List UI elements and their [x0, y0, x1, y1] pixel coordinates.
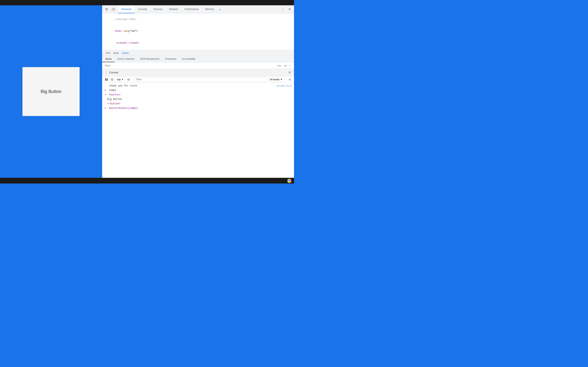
- monitor-expand-icon[interactable]: [105, 106, 107, 110]
- device-toolbar-button[interactable]: [111, 7, 116, 12]
- console-eye-button[interactable]: [126, 77, 131, 82]
- console-button-text-line: Big Button: [102, 97, 294, 101]
- console-button-open-tag: <button>: [109, 93, 121, 97]
- hov-button[interactable]: :hov: [276, 64, 282, 67]
- webpage-preview: Big Button: [0, 5, 102, 178]
- top-browser-bar: [0, 0, 294, 5]
- elements-html-tree: <!doctype html> <html lang="en"> ▶<head>…: [102, 13, 294, 50]
- breadcrumb-body[interactable]: body: [113, 51, 120, 55]
- devtools-tab-bar: Elements Console Sources Network Perform…: [102, 5, 294, 13]
- styles-filter-buttons: :hov .cls +: [276, 64, 292, 67]
- more-tabs-button[interactable]: »: [217, 5, 222, 13]
- demo-button-label: Big Button: [41, 89, 61, 94]
- console-settings-button[interactable]: [287, 77, 292, 82]
- styles-subtabs: Styles Event Listeners DOM Breakpoints P…: [102, 56, 294, 62]
- tab-performance[interactable]: Performance: [181, 5, 202, 13]
- console-log-text: thank you for click: [109, 84, 275, 88]
- devtools-tabs-container: Elements Console Sources Network Perform…: [118, 5, 278, 13]
- console-arrow-left-line: ◀ <button>: [102, 92, 294, 97]
- console-log-link[interactable]: script.js:2: [277, 84, 292, 88]
- svg-point-19: [128, 79, 129, 80]
- devtools-panel: Elements Console Sources Network Perform…: [102, 5, 294, 178]
- console-toolbar: top ▼ | All levels ▼ |: [102, 76, 294, 83]
- svg-point-20: [289, 79, 291, 80]
- breadcrumb-bar: html body button: [102, 50, 294, 56]
- temp1-expand-icon[interactable]: [105, 89, 107, 92]
- cls-button[interactable]: .cls: [283, 64, 288, 67]
- svg-line-17: [111, 79, 113, 80]
- console-button-close-tag: </button>: [107, 102, 121, 106]
- devtools-menu-button[interactable]: ⋮: [280, 7, 286, 12]
- console-menu-button[interactable]: ⋮: [105, 71, 108, 74]
- subtab-dom-breakpoints[interactable]: DOM Breakpoints: [137, 56, 162, 62]
- devtools-close-button[interactable]: ✕: [287, 7, 292, 12]
- console-section: ⋮ Console ✕ top ▼: [102, 69, 294, 178]
- tab-console[interactable]: Console: [135, 5, 150, 13]
- console-temp1-line: temp1: [102, 88, 294, 92]
- devtools-action-buttons: ⋮ ✕: [278, 5, 294, 13]
- subtab-styles[interactable]: Styles: [102, 56, 115, 62]
- svg-rect-13: [114, 8, 115, 10]
- subtab-properties[interactable]: Properties: [162, 56, 179, 62]
- console-clear-button[interactable]: [110, 77, 114, 82]
- styles-filter-input[interactable]: [105, 64, 274, 67]
- chrome-logo-icon: [287, 178, 292, 183]
- tab-memory[interactable]: Memory: [202, 5, 217, 13]
- console-temp1-label: temp1: [109, 89, 292, 92]
- svg-rect-14: [105, 78, 106, 81]
- console-level-dropdown[interactable]: All levels ▼: [268, 77, 284, 82]
- subtab-accessibility[interactable]: Accessibility: [179, 56, 198, 62]
- console-output: ▶ thank you for click script.js:2 temp1 …: [102, 83, 294, 178]
- console-log-line: ▶ thank you for click script.js:2: [102, 83, 294, 88]
- tab-network[interactable]: Network: [166, 5, 181, 13]
- tab-sources[interactable]: Sources: [150, 5, 166, 13]
- console-play-button[interactable]: [104, 77, 109, 82]
- bottom-browser-bar: [0, 178, 294, 184]
- svg-rect-15: [107, 78, 108, 81]
- styles-filter-bar: :hov .cls +: [102, 62, 294, 69]
- inspect-element-button[interactable]: [104, 7, 110, 12]
- svg-rect-12: [112, 8, 114, 11]
- subtab-event-listeners[interactable]: Event Listeners: [115, 56, 138, 62]
- breadcrumb-html[interactable]: html: [105, 51, 111, 55]
- add-style-button[interactable]: +: [289, 64, 292, 67]
- breadcrumb-button[interactable]: button: [121, 51, 130, 55]
- demo-button-box[interactable]: Big Button: [22, 67, 80, 116]
- console-big-button-text: Big Button: [107, 98, 292, 101]
- console-close-button[interactable]: ✕: [287, 71, 292, 75]
- html-open-line[interactable]: <html lang="en">: [102, 25, 294, 37]
- console-title: Console: [109, 71, 286, 74]
- doctype-line: <!doctype html>: [102, 13, 294, 25]
- console-filter-input[interactable]: [134, 77, 267, 82]
- head-line[interactable]: ▶<head>…</head>: [102, 37, 294, 49]
- console-monitor-line: monitorEvents(temp1): [102, 106, 294, 110]
- console-button-close-line: </button>: [102, 101, 294, 106]
- devtools-icon-group: [102, 5, 118, 13]
- tab-elements[interactable]: Elements: [118, 5, 135, 13]
- console-context-dropdown[interactable]: top ▼: [115, 77, 125, 82]
- console-header: ⋮ Console ✕: [102, 69, 294, 76]
- console-monitor-text: monitorEvents(temp1): [109, 106, 138, 110]
